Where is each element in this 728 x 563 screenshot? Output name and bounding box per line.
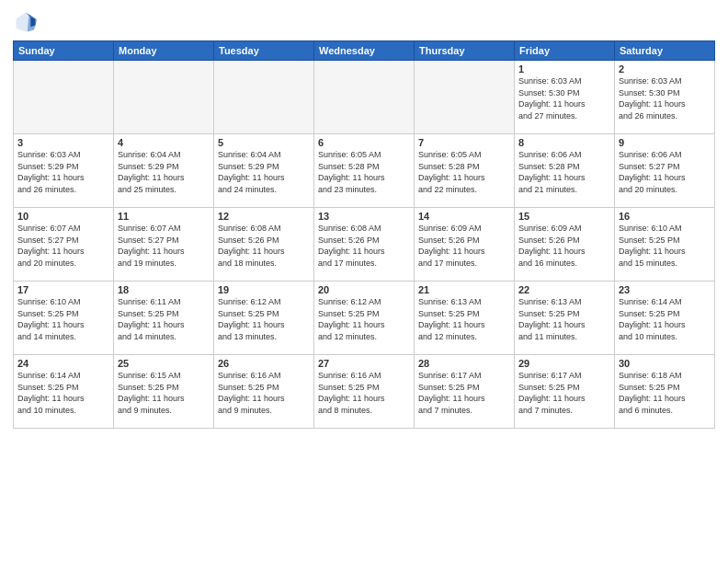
day-info: Sunrise: 6:12 AM Sunset: 5:25 PM Dayligh… — [318, 296, 410, 342]
day-number: 9 — [619, 137, 711, 148]
calendar-cell: 3Sunrise: 6:03 AM Sunset: 5:29 PM Daylig… — [14, 134, 114, 208]
day-info: Sunrise: 6:16 AM Sunset: 5:25 PM Dayligh… — [318, 370, 410, 416]
day-number: 12 — [218, 211, 310, 222]
day-number: 29 — [518, 358, 610, 369]
day-number: 28 — [418, 358, 510, 369]
day-info: Sunrise: 6:04 AM Sunset: 5:29 PM Dayligh… — [218, 149, 310, 195]
calendar-cell: 22Sunrise: 6:13 AM Sunset: 5:25 PM Dayli… — [515, 282, 615, 355]
calendar-table: SundayMondayTuesdayWednesdayThursdayFrid… — [13, 40, 715, 429]
day-info: Sunrise: 6:17 AM Sunset: 5:25 PM Dayligh… — [418, 370, 510, 416]
day-info: Sunrise: 6:18 AM Sunset: 5:25 PM Dayligh… — [619, 370, 711, 416]
day-info: Sunrise: 6:08 AM Sunset: 5:26 PM Dayligh… — [218, 223, 310, 269]
calendar-cell: 13Sunrise: 6:08 AM Sunset: 5:26 PM Dayli… — [314, 208, 415, 282]
day-info: Sunrise: 6:11 AM Sunset: 5:25 PM Dayligh… — [118, 296, 210, 342]
calendar-cell: 9Sunrise: 6:06 AM Sunset: 5:27 PM Daylig… — [615, 134, 715, 208]
day-info: Sunrise: 6:03 AM Sunset: 5:30 PM Dayligh… — [518, 75, 610, 121]
day-number: 27 — [318, 358, 410, 369]
calendar-cell: 4Sunrise: 6:04 AM Sunset: 5:29 PM Daylig… — [114, 134, 214, 208]
calendar-cell — [14, 61, 114, 134]
calendar-cell: 18Sunrise: 6:11 AM Sunset: 5:25 PM Dayli… — [114, 282, 214, 355]
day-number: 15 — [518, 211, 610, 222]
day-number: 18 — [118, 284, 210, 295]
calendar-cell: 11Sunrise: 6:07 AM Sunset: 5:27 PM Dayli… — [114, 208, 214, 282]
day-info: Sunrise: 6:08 AM Sunset: 5:26 PM Dayligh… — [318, 223, 410, 269]
day-number: 25 — [118, 358, 210, 369]
logo — [13, 9, 42, 35]
calendar-cell: 10Sunrise: 6:07 AM Sunset: 5:27 PM Dayli… — [14, 208, 114, 282]
calendar-cell: 12Sunrise: 6:08 AM Sunset: 5:26 PM Dayli… — [214, 208, 314, 282]
calendar-cell: 21Sunrise: 6:13 AM Sunset: 5:25 PM Dayli… — [415, 282, 515, 355]
day-info: Sunrise: 6:07 AM Sunset: 5:27 PM Dayligh… — [17, 223, 109, 269]
calendar-cell: 30Sunrise: 6:18 AM Sunset: 5:25 PM Dayli… — [615, 355, 715, 429]
day-number: 11 — [118, 211, 210, 222]
day-info: Sunrise: 6:16 AM Sunset: 5:25 PM Dayligh… — [218, 370, 310, 416]
day-info: Sunrise: 6:10 AM Sunset: 5:25 PM Dayligh… — [619, 223, 711, 269]
calendar-cell: 16Sunrise: 6:10 AM Sunset: 5:25 PM Dayli… — [615, 208, 715, 282]
header — [13, 9, 715, 35]
weekday-header-friday: Friday — [515, 41, 615, 61]
weekday-header-row: SundayMondayTuesdayWednesdayThursdayFrid… — [14, 41, 715, 61]
calendar-cell: 26Sunrise: 6:16 AM Sunset: 5:25 PM Dayli… — [214, 355, 314, 429]
weekday-header-tuesday: Tuesday — [214, 41, 314, 61]
day-info: Sunrise: 6:06 AM Sunset: 5:27 PM Dayligh… — [619, 149, 711, 195]
day-number: 17 — [17, 284, 109, 295]
day-number: 8 — [518, 137, 610, 148]
calendar-cell — [314, 61, 415, 134]
logo-icon — [13, 9, 39, 35]
weekday-header-thursday: Thursday — [415, 41, 515, 61]
day-number: 5 — [218, 137, 310, 148]
calendar-cell: 20Sunrise: 6:12 AM Sunset: 5:25 PM Dayli… — [314, 282, 415, 355]
day-number: 30 — [619, 358, 711, 369]
week-row-5: 24Sunrise: 6:14 AM Sunset: 5:25 PM Dayli… — [14, 355, 715, 429]
day-number: 19 — [218, 284, 310, 295]
weekday-header-wednesday: Wednesday — [314, 41, 415, 61]
day-info: Sunrise: 6:03 AM Sunset: 5:30 PM Dayligh… — [619, 75, 711, 121]
day-info: Sunrise: 6:09 AM Sunset: 5:26 PM Dayligh… — [518, 223, 610, 269]
calendar-cell: 15Sunrise: 6:09 AM Sunset: 5:26 PM Dayli… — [515, 208, 615, 282]
calendar-cell: 25Sunrise: 6:15 AM Sunset: 5:25 PM Dayli… — [114, 355, 214, 429]
week-row-3: 10Sunrise: 6:07 AM Sunset: 5:27 PM Dayli… — [14, 208, 715, 282]
day-number: 21 — [418, 284, 510, 295]
calendar-cell: 27Sunrise: 6:16 AM Sunset: 5:25 PM Dayli… — [314, 355, 415, 429]
calendar-cell: 28Sunrise: 6:17 AM Sunset: 5:25 PM Dayli… — [415, 355, 515, 429]
day-number: 10 — [17, 211, 109, 222]
day-info: Sunrise: 6:10 AM Sunset: 5:25 PM Dayligh… — [17, 296, 109, 342]
day-number: 6 — [318, 137, 410, 148]
calendar-cell: 7Sunrise: 6:05 AM Sunset: 5:28 PM Daylig… — [415, 134, 515, 208]
day-info: Sunrise: 6:07 AM Sunset: 5:27 PM Dayligh… — [118, 223, 210, 269]
svg-marker-3 — [30, 17, 35, 28]
day-number: 23 — [619, 284, 711, 295]
calendar-cell — [214, 61, 314, 134]
week-row-2: 3Sunrise: 6:03 AM Sunset: 5:29 PM Daylig… — [14, 134, 715, 208]
day-info: Sunrise: 6:03 AM Sunset: 5:29 PM Dayligh… — [17, 149, 109, 195]
weekday-header-sunday: Sunday — [14, 41, 114, 61]
day-number: 4 — [118, 137, 210, 148]
day-info: Sunrise: 6:15 AM Sunset: 5:25 PM Dayligh… — [118, 370, 210, 416]
calendar-cell: 8Sunrise: 6:06 AM Sunset: 5:28 PM Daylig… — [515, 134, 615, 208]
day-number: 26 — [218, 358, 310, 369]
calendar-cell — [415, 61, 515, 134]
page: SundayMondayTuesdayWednesdayThursdayFrid… — [0, 0, 728, 563]
weekday-header-saturday: Saturday — [615, 41, 715, 61]
day-info: Sunrise: 6:12 AM Sunset: 5:25 PM Dayligh… — [218, 296, 310, 342]
day-info: Sunrise: 6:06 AM Sunset: 5:28 PM Dayligh… — [518, 149, 610, 195]
day-number: 22 — [518, 284, 610, 295]
day-number: 16 — [619, 211, 711, 222]
calendar-cell — [114, 61, 214, 134]
calendar-cell: 6Sunrise: 6:05 AM Sunset: 5:28 PM Daylig… — [314, 134, 415, 208]
day-number: 2 — [619, 63, 711, 75]
calendar-cell: 14Sunrise: 6:09 AM Sunset: 5:26 PM Dayli… — [415, 208, 515, 282]
day-number: 24 — [17, 358, 109, 369]
day-number: 13 — [318, 211, 410, 222]
day-number: 3 — [17, 137, 109, 148]
day-info: Sunrise: 6:05 AM Sunset: 5:28 PM Dayligh… — [418, 149, 510, 195]
day-info: Sunrise: 6:13 AM Sunset: 5:25 PM Dayligh… — [418, 296, 510, 342]
day-info: Sunrise: 6:14 AM Sunset: 5:25 PM Dayligh… — [619, 296, 711, 342]
calendar-cell: 2Sunrise: 6:03 AM Sunset: 5:30 PM Daylig… — [615, 61, 715, 134]
day-info: Sunrise: 6:09 AM Sunset: 5:26 PM Dayligh… — [418, 223, 510, 269]
day-number: 14 — [418, 211, 510, 222]
week-row-4: 17Sunrise: 6:10 AM Sunset: 5:25 PM Dayli… — [14, 282, 715, 355]
day-info: Sunrise: 6:14 AM Sunset: 5:25 PM Dayligh… — [17, 370, 109, 416]
week-row-1: 1Sunrise: 6:03 AM Sunset: 5:30 PM Daylig… — [14, 61, 715, 134]
day-info: Sunrise: 6:17 AM Sunset: 5:25 PM Dayligh… — [518, 370, 610, 416]
